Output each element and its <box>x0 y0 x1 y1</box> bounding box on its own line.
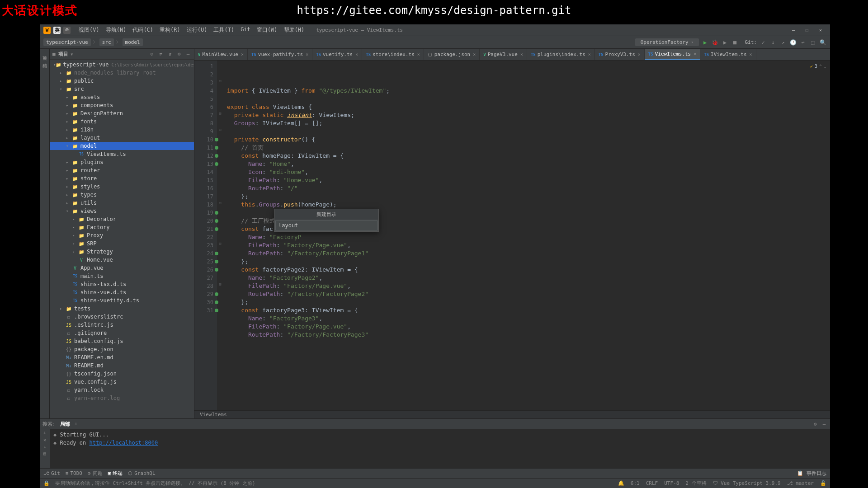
tree-item[interactable]: ▸📁i18n <box>50 126 194 134</box>
search-everywhere-icon[interactable]: 🔍 <box>819 39 826 46</box>
tree-item[interactable]: ▸📁Strategy <box>50 248 194 256</box>
tree-item[interactable]: TSshims-tsx.d.ts <box>50 280 194 288</box>
tree-item[interactable]: ▸📁Factory <box>50 223 194 231</box>
tree-item[interactable]: TSViewItems.ts <box>50 150 194 158</box>
status-lang[interactable]: 🛡 Vue TypeScript 3.9.9 <box>713 480 781 486</box>
stop-icon[interactable]: ■ <box>731 39 739 46</box>
term-hide-icon[interactable]: ― <box>821 421 827 427</box>
menu-item[interactable]: 重构(R) <box>157 25 183 35</box>
git-update-icon[interactable]: ✓ <box>760 39 767 46</box>
editor-tab[interactable]: TSIViewItem.ts× <box>700 49 756 60</box>
editor-tab[interactable]: {}package.json× <box>424 49 480 60</box>
menu-item[interactable]: 导航(N) <box>103 25 129 35</box>
tree-item[interactable]: JSvue.config.js <box>50 378 194 386</box>
tree-item[interactable]: ▾📁views <box>50 207 194 215</box>
tree-item[interactable]: ◻.gitignore <box>50 329 194 337</box>
tree-item[interactable]: {}tsconfig.json <box>50 370 194 378</box>
tree-item[interactable]: ▸📁DesignPattern <box>50 109 194 117</box>
close-icon[interactable]: × <box>750 52 752 57</box>
status-branch[interactable]: ⎇ master <box>787 480 814 486</box>
coverage-icon[interactable]: ▶ <box>722 39 729 46</box>
term-add-tab[interactable]: + <box>75 421 78 427</box>
status-indent[interactable]: 2 个空格 <box>685 480 706 487</box>
settings-icon[interactable]: ⚙ <box>176 51 182 57</box>
menu-item[interactable]: 代码(C) <box>130 25 156 35</box>
git-revert-icon[interactable]: ↩ <box>799 39 807 46</box>
tree-item[interactable]: ◻yarn.lock <box>50 386 194 394</box>
tree-item[interactable]: ◻yarn-error.log <box>50 394 194 402</box>
menu-item[interactable]: 工具(T) <box>211 25 237 35</box>
breadcrumb-item[interactable]: typescript-vue <box>43 38 91 46</box>
tree-item[interactable]: ▸📁utils <box>50 199 194 207</box>
expand-icon[interactable]: ⇄ <box>158 51 164 57</box>
editor-tab[interactable]: TSProxyV3.ts× <box>595 49 645 60</box>
close-icon[interactable]: × <box>355 52 358 57</box>
status-lineend[interactable]: CRLF <box>646 480 658 486</box>
project-tree[interactable]: ▾📁typescript-vueC:\Users\Admin\source\re… <box>50 60 194 418</box>
term-settings-icon[interactable]: ⚙ <box>812 421 818 427</box>
git-pull-icon[interactable]: ↓ <box>769 39 777 46</box>
term-down-icon[interactable]: ↓ <box>43 444 46 449</box>
tree-item[interactable]: ▸📁SRP <box>50 239 194 248</box>
minimize-button[interactable]: ― <box>789 26 797 34</box>
search-icon[interactable]: ⬚ <box>809 39 816 46</box>
editor-tab[interactable]: VPageV3.vue× <box>480 49 527 60</box>
tree-item[interactable]: ▸📁styles <box>50 183 194 191</box>
git-history-icon[interactable]: 🕐 <box>789 39 797 46</box>
tree-item[interactable]: ▸📁components <box>50 101 194 109</box>
tree-item[interactable]: ▸📁store <box>50 174 194 183</box>
tree-item[interactable]: ◻.browserslistrc <box>50 313 194 321</box>
bottom-tab[interactable]: ⬡GraphQL <box>128 470 155 476</box>
rail-project[interactable]: 项目 <box>42 51 48 54</box>
tree-item[interactable]: ▸📁types <box>50 191 194 199</box>
breadcrumb-item[interactable]: src <box>99 38 114 46</box>
debug-icon[interactable]: 🐞 <box>712 39 719 46</box>
close-icon[interactable]: × <box>241 52 244 57</box>
close-icon[interactable]: × <box>473 52 476 57</box>
terminal-content[interactable]: ◆ Starting GUI...◆ Ready on http://local… <box>50 429 830 468</box>
tree-item[interactable]: {}package.json <box>50 345 194 353</box>
editor-tab[interactable]: TSvuetify.ts× <box>312 49 362 60</box>
tree-item[interactable]: ▸📁tests <box>50 305 194 313</box>
git-push-icon[interactable]: ↗ <box>779 39 787 46</box>
tree-item[interactable]: ▾📁model <box>50 142 194 150</box>
status-notify-icon[interactable]: 🔔 <box>618 480 624 486</box>
tree-item[interactable]: ▸📁layout <box>50 134 194 142</box>
tree-item[interactable]: JSbabel.config.js <box>50 337 194 345</box>
term-new-icon[interactable]: + <box>43 431 46 436</box>
tree-item[interactable]: VApp.vue <box>50 264 194 272</box>
editor-tab[interactable]: TSplugins\index.ts× <box>527 49 595 60</box>
breadcrumb-item[interactable]: model <box>123 38 143 46</box>
tree-item[interactable]: JS.eslintrc.js <box>50 321 194 329</box>
editor-tab[interactable]: TSstore\index.ts× <box>362 49 424 60</box>
tree-item[interactable]: ▸📁plugins <box>50 158 194 166</box>
menu-item[interactable]: 帮助(H) <box>281 25 307 35</box>
close-icon[interactable]: × <box>693 52 696 56</box>
bottom-tab[interactable]: ≡TODO <box>66 470 82 476</box>
tree-item[interactable]: ▸📁assets <box>50 93 194 101</box>
editor-tab[interactable]: VMainView.vue× <box>194 49 248 60</box>
menu-item[interactable]: Git <box>238 25 253 35</box>
bottom-tab[interactable]: ⊙问题 <box>88 470 103 477</box>
popup-input[interactable] <box>275 221 377 230</box>
run-config-dropdown[interactable]: OperationFactory <box>635 38 699 46</box>
term-split-icon[interactable]: ▤ <box>43 451 46 456</box>
tree-item[interactable]: TSshims-vue.d.ts <box>50 288 194 296</box>
close-icon[interactable]: × <box>638 52 641 57</box>
tree-item[interactable]: VHome.vue <box>50 256 194 264</box>
term-close-icon[interactable]: ✕ <box>43 437 46 442</box>
tree-item[interactable]: ▸📁public <box>50 77 194 85</box>
menu-item[interactable]: 视图(V) <box>76 25 102 35</box>
tree-item[interactable]: TSshims-vuetify.d.ts <box>50 296 194 305</box>
tree-item[interactable]: ▾📁src <box>50 85 194 93</box>
editor-tab[interactable]: TSvuex-pathify.ts× <box>248 49 312 60</box>
close-icon[interactable]: × <box>588 52 591 57</box>
inspection-widget[interactable]: ✔ 3 ⌃⌄ <box>810 62 826 70</box>
menu-item[interactable]: 窗口(W) <box>254 25 280 35</box>
editor[interactable]: 1234567891011121314151617181920212223242… <box>194 61 830 410</box>
bottom-tab[interactable]: ⎇Git <box>43 470 60 476</box>
close-icon[interactable]: × <box>417 52 420 57</box>
hide-icon[interactable]: ― <box>185 51 191 57</box>
run-icon[interactable]: ▶ <box>702 39 709 46</box>
tree-item[interactable]: ▸📁Decorator <box>50 215 194 223</box>
